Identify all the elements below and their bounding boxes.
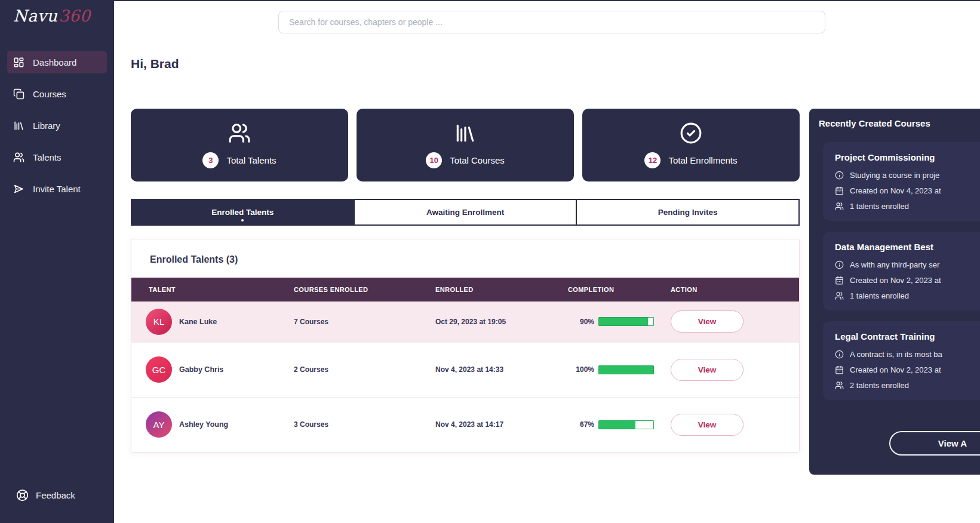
info-icon xyxy=(835,350,844,359)
feedback-icon xyxy=(16,489,29,502)
sidebar-item-feedback[interactable]: Feedback xyxy=(0,489,114,523)
sidebar-item-courses[interactable]: Courses xyxy=(7,82,107,105)
calendar-icon xyxy=(835,276,844,285)
talent-cell: KL Kane Luke xyxy=(131,309,294,335)
talent-name: Ashley Young xyxy=(179,420,228,429)
column-header: ENROLLED xyxy=(435,286,568,293)
stat-card: 12 Total Enrollments xyxy=(582,109,800,181)
course-created: Created on Nov 2, 2023 at xyxy=(850,365,941,374)
info-icon xyxy=(835,260,844,269)
calendar-icon xyxy=(835,186,844,195)
course-card: Project Commissioning Studying a course … xyxy=(823,142,980,221)
stats-row: 3 Total Talents 10 Total Courses 12 Tota… xyxy=(131,109,800,181)
course-card: Legal Contract Training A contract is, i… xyxy=(823,321,980,400)
courses-enrolled-cell: 2 Courses xyxy=(294,365,435,374)
sidebar-item-label: Dashboard xyxy=(33,57,76,67)
talent-cell: GC Gabby Chris xyxy=(131,356,294,383)
column-header: TALENT xyxy=(131,286,294,293)
course-created-line: Created on Nov 2, 2023 at xyxy=(835,365,980,375)
column-header: COMPLETION xyxy=(568,286,671,293)
search-input[interactable] xyxy=(278,11,825,33)
courses-enrolled-cell: 3 Courses xyxy=(294,420,435,429)
library-icon xyxy=(453,122,477,144)
progress-bar-fill xyxy=(599,421,635,429)
course-description: As with any third-party ser xyxy=(850,260,939,269)
course-created: Created on Nov 2, 2023 at xyxy=(850,276,941,285)
users-icon xyxy=(835,381,844,390)
talents-icon xyxy=(228,122,251,144)
active-tab-dot xyxy=(241,219,244,221)
course-enrolled-line: 2 talents enrolled xyxy=(835,380,980,390)
stat-value-badge: 12 xyxy=(644,152,660,168)
column-header: ACTION xyxy=(671,286,799,293)
progress-bar xyxy=(598,317,654,326)
sidebar-item-library[interactable]: Library xyxy=(7,114,107,137)
invite-icon xyxy=(13,183,24,195)
library-icon xyxy=(13,120,24,131)
sidebar-nav: Dashboard Courses Library Talents Invite… xyxy=(0,51,114,209)
tab[interactable]: Pending Invites xyxy=(576,199,800,226)
table-row: GC Gabby Chris 2 Courses Nov 4, 2023 at … xyxy=(131,342,799,397)
calendar-icon xyxy=(835,365,844,374)
check-circle-icon xyxy=(679,122,703,144)
recent-courses-panel: Recently Created Courses Project Commiss… xyxy=(809,109,980,475)
courses-icon xyxy=(13,88,24,100)
action-cell: View xyxy=(671,359,799,381)
column-header: COURSES ENROLLED xyxy=(294,286,435,293)
course-title: Data Management Best xyxy=(835,242,980,252)
avatar: AY xyxy=(146,411,172,438)
tab[interactable]: Enrolled Talents xyxy=(131,199,355,226)
stat-label: Total Talents xyxy=(226,155,276,165)
sidebar-item-label: Courses xyxy=(33,89,66,99)
sidebar: Navu360 Dashboard Courses Library Talent… xyxy=(0,0,114,523)
talent-name: Kane Luke xyxy=(179,318,217,326)
table-row: AY Ashley Young 3 Courses Nov 4, 2023 at… xyxy=(131,397,799,452)
stat-label: Total Courses xyxy=(450,155,505,165)
course-title: Project Commissioning xyxy=(835,152,980,162)
course-description-line: A contract is, in its most ba xyxy=(835,349,980,359)
view-button[interactable]: View xyxy=(671,359,744,381)
talent-name: Gabby Chris xyxy=(179,365,223,374)
enrolled-date-cell: Oct 29, 2023 at 19:05 xyxy=(435,318,568,326)
sidebar-item-label: Library xyxy=(33,121,60,131)
view-all-button[interactable]: View A xyxy=(889,431,980,456)
tab[interactable]: Awaiting Enrollment xyxy=(354,199,577,226)
talent-tabs: Enrolled Talents Awaiting Enrollment Pen… xyxy=(131,199,800,226)
talents-icon xyxy=(13,152,24,163)
stat-row: 3 Total Talents xyxy=(202,152,276,168)
sidebar-item-dashboard[interactable]: Dashboard xyxy=(7,51,107,73)
course-created: Created on Nov 4, 2023 at xyxy=(850,186,941,195)
stat-card: 3 Total Talents xyxy=(131,109,348,181)
course-description: A contract is, in its most ba xyxy=(850,350,942,359)
completion-cell: 90% xyxy=(568,317,671,326)
view-button[interactable]: View xyxy=(671,414,744,436)
tab-label: Pending Invites xyxy=(658,208,718,217)
table-header-row: TALENT COURSES ENROLLED ENROLLED COMPLET… xyxy=(131,278,799,302)
brand-logo: Navu360 xyxy=(0,0,114,25)
brand-name-accent: 360 xyxy=(59,7,90,25)
course-created-line: Created on Nov 4, 2023 at xyxy=(835,186,980,196)
course-enrolled-line: 1 talents enrolled xyxy=(835,201,980,211)
users-icon xyxy=(835,202,844,211)
enrolled-date-cell: Nov 4, 2023 at 14:17 xyxy=(435,420,568,429)
avatar: KL xyxy=(146,309,172,335)
courses-enrolled-cell: 7 Courses xyxy=(294,318,435,326)
course-enrolled-line: 1 talents enrolled xyxy=(835,291,980,301)
course-enrolled-count: 1 talents enrolled xyxy=(850,202,909,211)
completion-cell: 67% xyxy=(568,420,671,429)
progress-bar xyxy=(598,365,654,374)
sidebar-item-invite-talent[interactable]: Invite Talent xyxy=(7,177,107,200)
tab-label: Enrolled Talents xyxy=(211,208,274,217)
course-created-line: Created on Nov 2, 2023 at xyxy=(835,275,980,285)
stat-row: 10 Total Courses xyxy=(426,152,505,168)
sidebar-item-talents[interactable]: Talents xyxy=(7,146,107,168)
recent-courses-title: Recently Created Courses xyxy=(809,109,980,128)
stat-label: Total Enrollments xyxy=(668,155,737,165)
page-greeting: Hi, Brad xyxy=(131,57,179,71)
completion-percent: 100% xyxy=(568,365,594,374)
view-button[interactable]: View xyxy=(671,310,744,333)
completion-percent: 90% xyxy=(568,318,594,326)
progress-bar xyxy=(598,420,654,429)
enrolled-talents-card: Enrolled Talents (3) TALENT COURSES ENRO… xyxy=(131,239,800,453)
table-row: KL Kane Luke 7 Courses Oct 29, 2023 at 1… xyxy=(131,302,799,342)
